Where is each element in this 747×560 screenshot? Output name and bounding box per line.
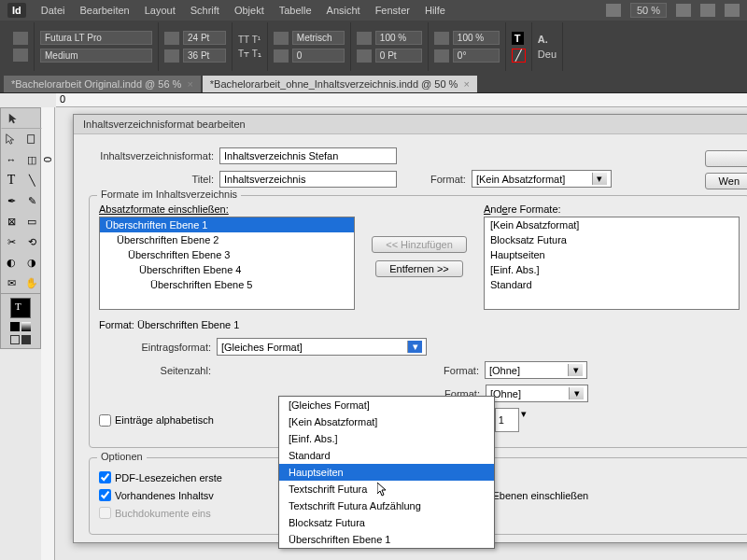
menu-fenster[interactable]: Fenster xyxy=(375,5,410,16)
baseline-input[interactable] xyxy=(375,49,422,63)
page-tool[interactable] xyxy=(21,129,42,149)
type-tool[interactable]: T xyxy=(1,170,21,190)
arrange-icon[interactable] xyxy=(725,4,740,17)
list-item[interactable]: Überschriften Ebene 1 xyxy=(100,217,354,232)
close-icon[interactable]: × xyxy=(463,78,469,90)
font-size-input[interactable] xyxy=(183,31,226,45)
skew-input[interactable] xyxy=(453,49,500,63)
rectangle-frame-tool[interactable]: ⊠ xyxy=(1,211,21,231)
level-input[interactable] xyxy=(495,408,519,432)
gradient-feather-tool[interactable]: ◑ xyxy=(21,252,42,273)
pen-tool[interactable]: ✒ xyxy=(1,190,21,211)
preview-view-icon[interactable] xyxy=(21,335,31,344)
tracking-input[interactable] xyxy=(292,49,345,63)
gap-tool[interactable]: ↔ xyxy=(1,149,21,170)
apply-gradient-icon[interactable] xyxy=(21,322,31,331)
hand-tool[interactable]: ✋ xyxy=(21,273,42,293)
free-transform-tool[interactable]: ⟲ xyxy=(21,231,42,252)
list-item[interactable]: Überschriften Ebene 4 xyxy=(100,262,354,277)
book-docs-checkbox xyxy=(99,507,111,519)
pencil-tool[interactable]: ✎ xyxy=(21,190,42,211)
dropdown-option[interactable]: Blocksatz Futura xyxy=(279,514,494,531)
fill-stroke-swatch[interactable]: T xyxy=(10,298,31,318)
list-item[interactable]: Blocksatz Futura xyxy=(485,232,739,247)
menu-objekt[interactable]: Objekt xyxy=(234,5,264,16)
dropdown-option[interactable]: [Kein Absatzformat] xyxy=(279,413,494,430)
tab-original[interactable]: *Bachelorarbeit Original.indd @ 56 %× xyxy=(4,76,201,92)
dropdown-option[interactable]: [Einf. Abs.] xyxy=(279,430,494,447)
menu-schrift[interactable]: Schrift xyxy=(190,5,219,16)
list-item[interactable]: Überschriften Ebene 5 xyxy=(100,277,354,292)
replace-existing-checkbox[interactable] xyxy=(99,489,111,501)
list-item[interactable]: Standard xyxy=(485,277,739,292)
list-item[interactable]: Überschriften Ebene 3 xyxy=(100,247,354,262)
content-collector-tool[interactable]: ◫ xyxy=(21,149,42,170)
dropdown-option[interactable]: Textschrift Futura Aufzählung xyxy=(279,497,494,514)
entry-format-dropdown[interactable]: [Gleiches Format] [Kein Absatzformat] [E… xyxy=(278,396,495,549)
apply-color-icon[interactable] xyxy=(10,322,20,331)
remove-button[interactable]: Entfernen >> xyxy=(375,260,463,277)
normal-view-icon[interactable] xyxy=(10,335,20,344)
rectangle-tool[interactable]: ▭ xyxy=(21,211,42,231)
menu-tabelle[interactable]: Tabelle xyxy=(279,5,312,16)
language-label[interactable]: Deu xyxy=(538,49,557,60)
leading-input[interactable] xyxy=(183,49,226,63)
menu-hilfe[interactable]: Hilfe xyxy=(425,5,445,16)
bridge-icon[interactable] xyxy=(606,4,621,17)
toc-format-input[interactable] xyxy=(219,147,397,164)
vscale-input[interactable] xyxy=(375,31,422,45)
zoom-level[interactable]: 50 % xyxy=(630,3,667,18)
entry-format-select[interactable]: [Gleiches Format]▾ xyxy=(217,338,427,356)
dropdown-option[interactable]: Überschriften Ebene 1 xyxy=(279,531,494,548)
dialog-title: Inhaltsverzeichnisformat bearbeiten xyxy=(74,115,747,134)
scissors-tool[interactable]: ✂ xyxy=(1,231,21,252)
format-select-2[interactable]: [Ohne]▾ xyxy=(486,385,588,402)
font-weight-input[interactable] xyxy=(40,49,152,63)
style-header: Format: Überschriften Ebene 1 xyxy=(99,319,740,330)
list-item[interactable]: [Kein Absatzformat] xyxy=(485,217,739,232)
paragraph-icon[interactable] xyxy=(13,49,28,62)
format-select-1[interactable]: [Ohne]▾ xyxy=(485,361,587,379)
hscale-input[interactable] xyxy=(453,31,500,45)
title-input[interactable] xyxy=(219,171,397,188)
selection-tool[interactable] xyxy=(1,108,42,129)
dropdown-option[interactable]: [Gleiches Format] xyxy=(279,397,494,413)
menu-ansicht[interactable]: Ansicht xyxy=(327,5,360,16)
ok-button[interactable] xyxy=(705,150,747,167)
close-icon[interactable]: × xyxy=(187,78,192,90)
tracking-icon xyxy=(274,49,289,63)
add-button[interactable]: << Hinzufügen xyxy=(372,236,467,253)
line-tool[interactable]: ╲ xyxy=(21,170,42,190)
pdf-bookmarks-checkbox[interactable] xyxy=(99,471,111,483)
tools-panel: ↔ ◫ T ╲ ✒ ✎ ⊠ ▭ ✂ ⟲ ◐ ◑ ✉ ✋ T xyxy=(0,107,41,349)
list-item[interactable]: Hauptseiten xyxy=(485,247,739,262)
dropdown-option[interactable]: Standard xyxy=(279,447,494,464)
ruler-horizontal: 0 xyxy=(56,93,747,107)
kerning-input[interactable] xyxy=(292,31,345,45)
hidden-layers-label: bl. Ebenen einschließen xyxy=(479,490,588,501)
character-icon[interactable] xyxy=(13,32,28,45)
note-tool[interactable]: ✉ xyxy=(1,273,21,293)
menu-datei[interactable]: Datei xyxy=(41,5,65,16)
fill-swatch[interactable]: T xyxy=(512,32,524,45)
list-item[interactable]: Überschriften Ebene 2 xyxy=(100,232,354,247)
screen-mode-icon[interactable] xyxy=(700,4,715,17)
gradient-swatch-tool[interactable]: ◐ xyxy=(1,252,21,273)
font-family-input[interactable] xyxy=(40,31,152,45)
included-formats-listbox[interactable]: Überschriften Ebene 1 Überschriften Eben… xyxy=(99,217,355,310)
other-formats-listbox[interactable]: [Kein Absatzformat] Blocksatz Futura Hau… xyxy=(484,217,740,310)
view-options-icon[interactable] xyxy=(676,4,691,17)
list-item[interactable]: [Einf. Abs.] xyxy=(485,262,739,277)
alpha-sort-checkbox[interactable] xyxy=(99,414,111,427)
direct-selection-tool[interactable] xyxy=(1,129,21,149)
para-format-label: Format: xyxy=(430,174,466,185)
dropdown-option[interactable]: Hauptseiten xyxy=(279,464,494,481)
more-options-button[interactable]: Wen xyxy=(705,173,747,189)
title-label: Titel: xyxy=(89,174,214,185)
para-format-select[interactable]: [Kein Absatzformat]▾ xyxy=(472,170,612,188)
stroke-swatch[interactable]: ╱ xyxy=(512,49,526,63)
tab-ohne-inhaltsverzeichnis[interactable]: *Bachelorarbeit_ohne_Inhaltsverzeichnis.… xyxy=(203,76,477,92)
menu-bearbeiten[interactable]: Bearbeiten xyxy=(79,5,129,16)
baseline-icon xyxy=(357,49,372,63)
menu-layout[interactable]: Layout xyxy=(145,5,176,16)
